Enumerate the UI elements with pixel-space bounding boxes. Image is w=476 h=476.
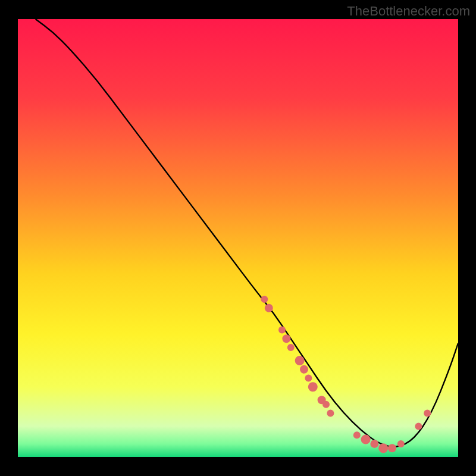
marker-point: [370, 440, 378, 448]
marker-point: [308, 382, 318, 392]
marker-point: [295, 356, 305, 365]
marker-point: [388, 444, 396, 452]
marker-point: [397, 440, 405, 447]
marker-point: [378, 443, 388, 453]
watermark-text: TheBottlenecker.com: [347, 4, 470, 19]
chart-svg: [18, 19, 458, 457]
marker-point: [327, 409, 334, 416]
marker-point: [265, 304, 273, 312]
gradient-background: [18, 19, 458, 457]
marker-point: [424, 409, 431, 416]
chart-area: [18, 19, 458, 457]
marker-point: [287, 344, 295, 351]
marker-point: [415, 422, 422, 430]
marker-point: [278, 327, 286, 334]
marker-point: [282, 334, 290, 343]
marker-point: [261, 296, 268, 303]
marker-point: [353, 431, 361, 439]
marker-point: [361, 435, 371, 444]
marker-point: [300, 365, 308, 374]
marker-point: [322, 401, 330, 408]
marker-point: [305, 375, 312, 382]
